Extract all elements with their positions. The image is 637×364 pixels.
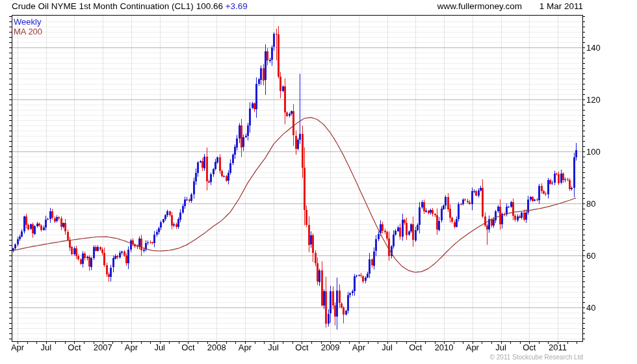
- y-axis-label: 40: [586, 303, 595, 313]
- x-axis-label: Oct: [409, 343, 422, 352]
- x-axis-label: Jul: [40, 343, 51, 352]
- x-axis-label: Jul: [268, 343, 279, 352]
- price-change: +3.69: [226, 1, 248, 11]
- y-axis-label: 80: [586, 199, 595, 209]
- x-axis-label: Jul: [382, 343, 393, 352]
- legend-weekly-label: Weekly: [14, 17, 41, 27]
- copyright-notice: © 2011 Stockcube Research Ltd: [490, 354, 583, 361]
- x-axis-label: Apr: [352, 343, 365, 352]
- x-axis-label: Oct: [68, 343, 81, 352]
- x-axis-label: 2007: [94, 343, 112, 352]
- y-axis-label: 100: [586, 147, 601, 157]
- x-axis-label: Apr: [239, 343, 252, 352]
- y-axis-label: 120: [586, 95, 601, 105]
- x-axis-label: Jul: [495, 343, 506, 352]
- chart-page: Crude Oil NYME 1st Month Continuation (C…: [0, 0, 637, 364]
- x-axis-label: Jul: [154, 343, 165, 352]
- x-axis-label: Oct: [523, 343, 536, 352]
- chart-title-block: Crude Oil NYME 1st Month Continuation (C…: [12, 1, 248, 11]
- last-price: 100.66: [196, 1, 223, 11]
- x-axis-label: Apr: [11, 343, 24, 352]
- x-axis-label: 2010: [435, 343, 454, 352]
- website-link[interactable]: www.fullermoney.com: [437, 1, 522, 11]
- chart-date: 1 Mar 2011: [540, 1, 583, 11]
- x-axis-label: Oct: [181, 343, 194, 352]
- page-title: Crude Oil NYME 1st Month Continuation (C…: [12, 1, 194, 11]
- y-axis-label: 140: [586, 43, 601, 53]
- x-axis-label: Apr: [466, 343, 479, 352]
- x-axis-label: Apr: [125, 343, 138, 352]
- price-chart-canvas: [0, 0, 637, 364]
- y-axis-label: 60: [586, 251, 595, 261]
- legend-ma200-label: MA 200: [14, 27, 42, 36]
- x-axis-label: 2008: [207, 343, 226, 352]
- x-axis-label: Oct: [295, 343, 308, 352]
- x-axis-label: 2009: [321, 343, 340, 352]
- x-axis-label: 2011: [549, 343, 567, 352]
